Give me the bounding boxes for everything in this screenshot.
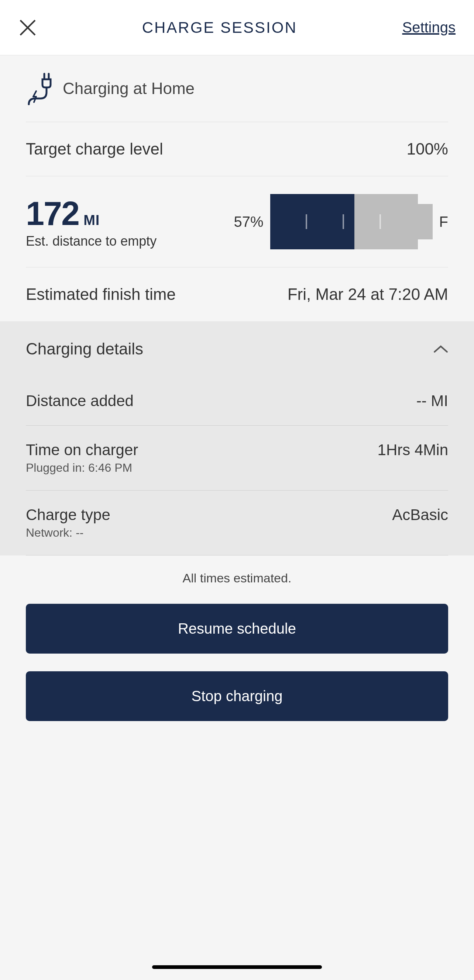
detail-label: Time on charger: [26, 441, 138, 459]
percent-label: 57%: [234, 213, 263, 230]
content: Charging at Home Target charge level 100…: [0, 55, 474, 721]
detail-value: AcBasic: [392, 506, 448, 524]
battery-row: 172 MI Est. distance to empty 57% F: [26, 176, 448, 267]
details-header[interactable]: Charging details: [26, 321, 448, 377]
close-icon[interactable]: [18, 18, 37, 37]
finish-label: Estimated finish time: [26, 285, 176, 304]
header: CHARGE SESSION Settings: [0, 0, 474, 55]
detail-left: Charge type Network: --: [26, 506, 110, 539]
estimate-note: All times estimated.: [26, 555, 448, 604]
detail-left: Time on charger Plugged in: 6:46 PM: [26, 441, 138, 475]
target-value: 100%: [407, 140, 448, 158]
detail-label: Charge type: [26, 506, 110, 524]
settings-link[interactable]: Settings: [402, 19, 456, 36]
detail-label: Distance added: [26, 392, 134, 410]
details-section: Charging details Distance added -- MI Ti…: [0, 321, 474, 555]
charge-type-row: Charge type Network: -- AcBasic: [26, 490, 448, 555]
distance-main: 172 MI: [26, 195, 156, 233]
location-text: Charging at Home: [63, 79, 195, 98]
detail-sublabel: Network: --: [26, 526, 110, 539]
target-label: Target charge level: [26, 140, 163, 158]
battery-icon: [270, 194, 433, 249]
distance-info: 172 MI Est. distance to empty: [26, 195, 156, 249]
battery-cap: [418, 204, 433, 239]
battery-display: 57% F: [234, 194, 448, 249]
page-title: CHARGE SESSION: [142, 19, 297, 37]
finish-time-row: Estimated finish time Fri, Mar 24 at 7:2…: [26, 267, 448, 321]
finish-value: Fri, Mar 24 at 7:20 AM: [287, 285, 448, 304]
battery-tick: [306, 214, 307, 229]
detail-sublabel: Plugged in: 6:46 PM: [26, 461, 138, 475]
distance-label: Est. distance to empty: [26, 234, 156, 249]
charging-plug-icon: [26, 72, 52, 105]
distance-added-row: Distance added -- MI: [26, 377, 448, 426]
battery-tick: [343, 214, 344, 229]
resume-schedule-button[interactable]: Resume schedule: [26, 604, 448, 654]
stop-charging-button[interactable]: Stop charging: [26, 671, 448, 721]
full-label: F: [439, 213, 448, 230]
battery-fill: [270, 194, 354, 249]
detail-value: 1Hrs 4Min: [378, 441, 448, 459]
home-indicator[interactable]: [152, 965, 322, 969]
chevron-up-icon: [433, 345, 448, 354]
details-title: Charging details: [26, 340, 143, 358]
distance-unit: MI: [83, 212, 100, 228]
target-charge-row[interactable]: Target charge level 100%: [26, 122, 448, 176]
battery-tick: [380, 214, 381, 229]
time-on-charger-row: Time on charger Plugged in: 6:46 PM 1Hrs…: [26, 426, 448, 490]
distance-value: 172: [26, 195, 79, 233]
charge-location-row: Charging at Home: [26, 55, 448, 122]
detail-value: -- MI: [417, 392, 448, 410]
